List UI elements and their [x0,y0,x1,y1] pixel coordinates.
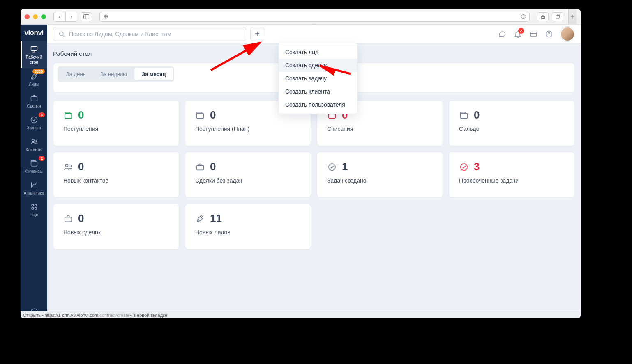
new-tab-button[interactable]: + [568,9,577,25]
maximize-window-button[interactable] [41,14,46,19]
check-icon [459,163,469,172]
create-dropdown: Создать лид Создать сделку Создать задач… [278,43,358,114]
nav-history-buttons: ‹ › [53,12,77,22]
svg-point-17 [60,32,63,35]
svg-point-32 [201,217,202,218]
sidebar: vionvi Рабочий стол 5335 Лиды Сделки 3 З… [21,25,47,318]
stat-card[interactable]: 11 Новых лидов [185,204,311,250]
dropdown-create-task[interactable]: Создать задачу [279,72,357,85]
search-input[interactable]: Поиск по Лидам, Сделкам и Клиентам [53,27,246,41]
sidebar-item-label: Клиенты [25,147,42,152]
svg-point-30 [461,163,468,170]
stat-label: Поступления (План) [195,126,301,132]
stat-card[interactable]: 3 Просроченные задачи [449,152,575,198]
svg-rect-28 [197,165,204,170]
grid-icon [30,203,39,211]
tab-week[interactable]: За неделю [93,68,134,80]
svg-point-11 [35,140,37,142]
stats-grid: 0 Поступления 0 Поступления (План) 0 Спи… [53,100,575,250]
tab-day[interactable]: За день [59,68,93,80]
stat-card[interactable]: 0 Поступления [53,100,179,146]
svg-line-18 [63,35,64,36]
stat-value: 11 [210,212,222,225]
dropdown-create-lead[interactable]: Создать лид [279,46,357,59]
main-area: Поиск по Лидам, Сделкам и Клиентам + Соз… [47,25,581,318]
close-window-button[interactable] [25,14,30,19]
chart-icon [30,181,39,189]
sidebar-item-label: Задачи [27,126,41,130]
svg-rect-16 [35,208,37,210]
wallet-icon [63,111,73,120]
stat-label: Новых контактов [63,177,169,184]
sidebar-item-clients[interactable]: Клиенты [21,133,47,155]
sidebar-item-dashboard[interactable]: Рабочий стол [21,41,47,68]
sidebar-toggle-button[interactable] [81,12,92,21]
stat-card[interactable]: 0 Новых сделок [53,204,179,250]
tab-month[interactable]: За месяц [134,68,173,80]
sidebar-item-leads[interactable]: 5335 Лиды [21,68,47,90]
stat-value: 0 [78,109,84,121]
create-button[interactable]: + [250,27,264,41]
users-icon [63,163,73,172]
notification-count-badge: 2 [518,28,524,34]
svg-point-21 [549,35,549,36]
sidebar-item-analytics[interactable]: Аналитика [21,177,47,199]
back-button[interactable]: ‹ [54,12,65,21]
svg-point-9 [31,117,37,123]
sidebar-item-label: Аналитика [24,191,44,195]
wallet-icon [459,111,469,120]
monitor-icon [30,45,39,53]
stat-card[interactable]: 0 Сальдо [449,100,575,146]
url-bar[interactable] [99,12,530,22]
svg-point-10 [32,139,34,142]
help-icon[interactable] [544,30,554,39]
briefcase-icon [195,163,205,172]
messages-icon[interactable] [498,30,507,39]
browser-chrome: ‹ › + [21,9,581,25]
share-button[interactable] [537,12,549,21]
sidebar-item-label: Лиды [29,82,39,87]
tabs-button[interactable] [552,12,563,21]
wallet-icon [30,159,39,167]
topbar: Поиск по Лидам, Сделкам и Клиентам + Соз… [47,25,581,43]
stat-value: 1 [342,160,348,173]
svg-rect-12 [31,162,37,166]
svg-point-7 [35,75,35,76]
wallet-topbar-icon[interactable] [529,30,538,39]
sidebar-item-label: Ещё [30,213,38,217]
stat-label: Задач создано [327,177,433,184]
stat-value: 0 [474,109,480,121]
user-avatar[interactable] [560,27,575,41]
svg-rect-23 [197,113,204,118]
notifications-icon[interactable]: 2 [513,30,522,39]
sidebar-item-finance[interactable]: 2 Финансы [21,155,47,177]
briefcase-icon [63,214,73,223]
svg-rect-14 [35,204,37,206]
sidebar-item-label: Финансы [25,169,43,174]
period-tabs: За день За неделю За месяц [58,66,174,82]
stat-card[interactable]: 1 Задач создано [317,152,443,198]
minimize-window-button[interactable] [33,14,38,19]
dropdown-create-deal[interactable]: Создать сделку [279,59,357,72]
sidebar-item-more[interactable]: Ещё [21,199,47,220]
sidebar-item-tasks[interactable]: 3 Задачи [21,112,47,133]
stat-value: 0 [210,160,216,173]
stat-card[interactable]: 0 Новых контактов [53,152,179,198]
stat-value: 3 [474,160,480,173]
browser-status-bar: Открыть «https://1-crm.v3.vionvi.com/con… [21,311,581,318]
dropdown-create-user[interactable]: Создать пользователя [279,98,357,111]
dropdown-create-client[interactable]: Создать клиента [279,85,357,98]
stat-value: 0 [210,109,216,121]
svg-point-26 [65,164,68,167]
stat-label: Списания [327,126,433,132]
check-icon [327,163,337,172]
sidebar-item-deals[interactable]: Сделки [21,90,47,112]
search-placeholder: Поиск по Лидам, Сделкам и Клиентам [69,31,171,37]
svg-rect-3 [556,16,559,18]
stat-card[interactable]: 0 Сделки без задач [185,152,311,198]
svg-rect-8 [31,97,37,101]
svg-rect-22 [65,113,72,118]
svg-rect-15 [32,208,34,210]
app-window: ‹ › + vionvi Рабочий стол [21,9,581,318]
forward-button[interactable]: › [65,12,77,21]
